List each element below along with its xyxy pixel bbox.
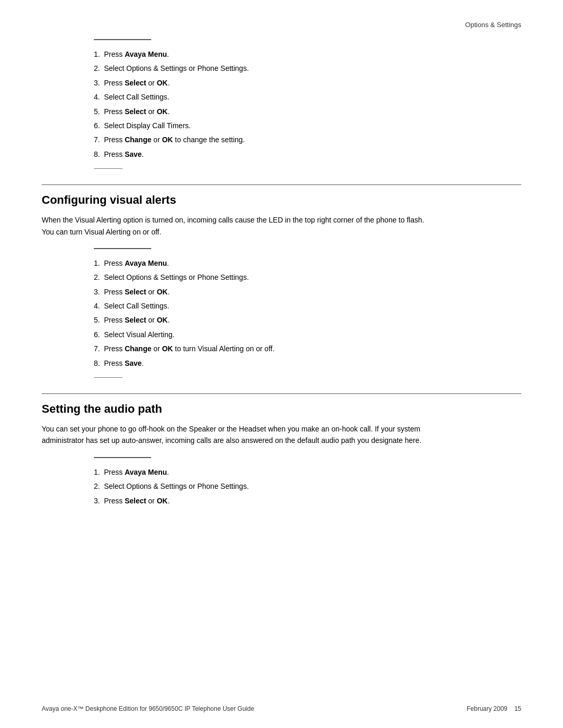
section2-steps: 1. Press Avaya Menu. 2. Select Options &… [94,466,521,507]
step-2-1: 1. Press Avaya Menu. [94,466,521,478]
bottom-rule-1 [94,377,123,378]
step-1-1: 1. Press Avaya Menu. [94,257,521,269]
header-options-settings: Options & Settings [42,21,521,29]
step-0-5: 5. Press Select or OK. [94,106,521,117]
section2-divider [42,393,521,394]
step-0-1: 1. Press Avaya Menu. [94,48,521,60]
step-0-6: 6. Select Display Call Timers. [94,120,521,131]
footer-left: Avaya one-X™ Deskphone Edition for 9650/… [42,705,254,712]
section2-description: You can set your phone to go off-hook on… [42,423,433,447]
step-1-4: 4. Select Call Settings. [94,300,521,312]
top-rule-2 [94,457,151,458]
step-0-3: 3. Press Select or OK. [94,77,521,89]
step-1-7: 7. Press Change or OK to turn Visual Ale… [94,343,521,354]
step-0-4: 4. Select Call Settings. [94,91,521,103]
step-1-2: 2. Select Options & Settings or Phone Se… [94,272,521,283]
step-2-2: 2. Select Options & Settings or Phone Se… [94,480,521,492]
step-1-6: 6. Select Visual Alerting. [94,329,521,340]
section2-title: Setting the audio path [42,402,521,416]
footer: Avaya one-X™ Deskphone Edition for 9650/… [42,705,521,712]
section0-steps: 1. Press Avaya Menu. 2. Select Options &… [94,48,521,160]
step-1-5: 5. Press Select or OK. [94,314,521,326]
step-0-8: 8. Press Save. [94,149,521,160]
section2-step-block: 1. Press Avaya Menu. 2. Select Options &… [94,457,521,507]
step-0-2: 2. Select Options & Settings or Phone Se… [94,63,521,74]
step-0-7: 7. Press Change or OK to change the sett… [94,134,521,145]
top-rule-0 [94,39,151,40]
section0-step-block: 1. Press Avaya Menu. 2. Select Options &… [94,39,521,169]
section1-title: Configuring visual alerts [42,193,521,207]
section1-divider [42,184,521,185]
footer-right: February 2009 15 [467,705,521,712]
step-2-3: 3. Press Select or OK. [94,495,521,507]
section1-step-block: 1. Press Avaya Menu. 2. Select Options &… [94,248,521,378]
bottom-rule-0 [94,168,123,169]
step-1-8: 8. Press Save. [94,357,521,369]
top-rule-1 [94,248,151,249]
section1-steps: 1. Press Avaya Menu. 2. Select Options &… [94,257,521,369]
section1-description: When the Visual Alerting option is turne… [42,214,433,238]
page: Options & Settings 1. Press Avaya Menu. … [0,0,563,728]
step-1-3: 3. Press Select or OK. [94,286,521,298]
